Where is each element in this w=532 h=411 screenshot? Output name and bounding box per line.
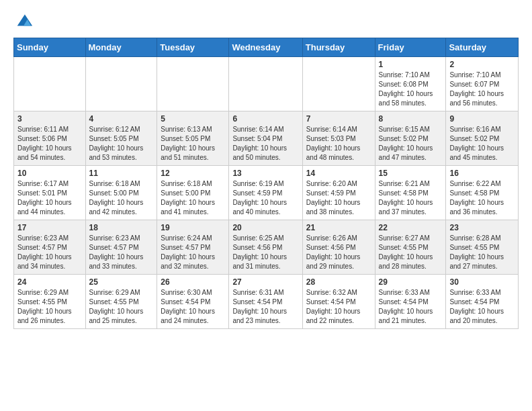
calendar-cell: 21Sunrise: 6:26 AM Sunset: 4:56 PM Dayli… — [302, 220, 375, 275]
day-number: 10 — [17, 169, 82, 178]
day-number: 11 — [89, 169, 154, 178]
calendar-cell — [157, 57, 229, 111]
day-number: 20 — [232, 223, 298, 232]
calendar-week-1: 1Sunrise: 7:10 AM Sunset: 6:08 PM Daylig… — [14, 57, 519, 111]
day-number: 17 — [17, 223, 82, 232]
day-info: Sunrise: 6:18 AM Sunset: 5:00 PM Dayligh… — [161, 179, 225, 217]
day-info: Sunrise: 6:24 AM Sunset: 4:57 PM Dayligh… — [161, 234, 225, 271]
day-number: 28 — [306, 277, 371, 287]
day-info: Sunrise: 6:29 AM Sunset: 4:55 PM Dayligh… — [89, 288, 154, 326]
day-info: Sunrise: 6:23 AM Sunset: 4:57 PM Dayligh… — [89, 234, 154, 271]
weekday-header-sunday: Sunday — [14, 38, 86, 57]
calendar-cell — [229, 57, 302, 111]
day-number: 8 — [379, 114, 443, 124]
weekday-header-monday: Monday — [85, 38, 157, 57]
day-info: Sunrise: 6:26 AM Sunset: 4:56 PM Dayligh… — [306, 234, 371, 271]
day-info: Sunrise: 6:27 AM Sunset: 4:55 PM Dayligh… — [379, 234, 443, 271]
day-info: Sunrise: 6:12 AM Sunset: 5:05 PM Dayligh… — [89, 125, 154, 163]
day-info: Sunrise: 6:14 AM Sunset: 5:04 PM Dayligh… — [232, 125, 298, 163]
day-number: 7 — [306, 114, 371, 124]
calendar-week-3: 10Sunrise: 6:17 AM Sunset: 5:01 PM Dayli… — [14, 166, 519, 220]
day-info: Sunrise: 6:19 AM Sunset: 4:59 PM Dayligh… — [232, 179, 298, 217]
calendar-cell — [14, 57, 86, 111]
day-number: 23 — [449, 223, 515, 232]
calendar-cell: 5Sunrise: 6:13 AM Sunset: 5:05 PM Daylig… — [157, 111, 229, 166]
calendar-cell — [302, 57, 375, 111]
weekday-header-thursday: Thursday — [302, 38, 375, 57]
calendar-cell: 25Sunrise: 6:29 AM Sunset: 4:55 PM Dayli… — [85, 275, 157, 329]
day-number: 25 — [89, 277, 154, 287]
day-info: Sunrise: 6:15 AM Sunset: 5:02 PM Dayligh… — [379, 125, 443, 163]
page: SundayMondayTuesdayWednesdayThursdayFrid… — [0, 0, 532, 340]
day-info: Sunrise: 6:13 AM Sunset: 5:05 PM Dayligh… — [161, 125, 225, 163]
day-info: Sunrise: 6:20 AM Sunset: 4:59 PM Dayligh… — [306, 179, 371, 217]
day-number: 2 — [449, 60, 515, 69]
day-number: 5 — [161, 114, 225, 124]
calendar-cell: 1Sunrise: 7:10 AM Sunset: 6:08 PM Daylig… — [375, 57, 446, 111]
day-number: 18 — [89, 223, 154, 232]
calendar-cell: 7Sunrise: 6:14 AM Sunset: 5:03 PM Daylig… — [302, 111, 375, 166]
calendar-cell: 3Sunrise: 6:11 AM Sunset: 5:06 PM Daylig… — [14, 111, 86, 166]
day-info: Sunrise: 6:28 AM Sunset: 4:55 PM Dayligh… — [449, 234, 515, 271]
day-number: 21 — [306, 223, 371, 232]
day-info: Sunrise: 7:10 AM Sunset: 6:08 PM Dayligh… — [379, 71, 443, 108]
calendar-cell: 22Sunrise: 6:27 AM Sunset: 4:55 PM Dayli… — [375, 220, 446, 275]
calendar-cell: 28Sunrise: 6:32 AM Sunset: 4:54 PM Dayli… — [302, 275, 375, 329]
day-info: Sunrise: 6:14 AM Sunset: 5:03 PM Dayligh… — [306, 125, 371, 163]
weekday-header-friday: Friday — [375, 38, 446, 57]
calendar-cell: 8Sunrise: 6:15 AM Sunset: 5:02 PM Daylig… — [375, 111, 446, 166]
day-info: Sunrise: 7:10 AM Sunset: 6:07 PM Dayligh… — [449, 71, 515, 108]
day-number: 26 — [161, 277, 225, 287]
calendar-cell: 9Sunrise: 6:16 AM Sunset: 5:02 PM Daylig… — [446, 111, 519, 166]
logo — [13, 11, 34, 30]
calendar-header-row: SundayMondayTuesdayWednesdayThursdayFrid… — [14, 38, 519, 57]
day-info: Sunrise: 6:25 AM Sunset: 4:56 PM Dayligh… — [232, 234, 298, 271]
day-number: 1 — [379, 60, 443, 69]
calendar-body: 1Sunrise: 7:10 AM Sunset: 6:08 PM Daylig… — [14, 57, 519, 329]
calendar-cell: 17Sunrise: 6:23 AM Sunset: 4:57 PM Dayli… — [14, 220, 86, 275]
weekday-header-saturday: Saturday — [446, 38, 519, 57]
calendar-cell — [85, 57, 157, 111]
day-info: Sunrise: 6:22 AM Sunset: 4:58 PM Dayligh… — [449, 179, 515, 217]
calendar-cell: 10Sunrise: 6:17 AM Sunset: 5:01 PM Dayli… — [14, 166, 86, 220]
day-number: 12 — [161, 169, 225, 178]
calendar-cell: 13Sunrise: 6:19 AM Sunset: 4:59 PM Dayli… — [229, 166, 302, 220]
calendar-cell: 2Sunrise: 7:10 AM Sunset: 6:07 PM Daylig… — [446, 57, 519, 111]
calendar-cell: 24Sunrise: 6:29 AM Sunset: 4:55 PM Dayli… — [14, 275, 86, 329]
day-number: 6 — [232, 114, 298, 124]
calendar-cell: 16Sunrise: 6:22 AM Sunset: 4:58 PM Dayli… — [446, 166, 519, 220]
day-info: Sunrise: 6:32 AM Sunset: 4:54 PM Dayligh… — [306, 288, 371, 326]
calendar-cell: 12Sunrise: 6:18 AM Sunset: 5:00 PM Dayli… — [157, 166, 229, 220]
day-number: 16 — [449, 169, 515, 178]
day-number: 4 — [89, 114, 154, 124]
calendar-cell: 30Sunrise: 6:33 AM Sunset: 4:54 PM Dayli… — [446, 275, 519, 329]
day-number: 3 — [17, 114, 82, 124]
header — [13, 11, 519, 30]
day-info: Sunrise: 6:23 AM Sunset: 4:57 PM Dayligh… — [17, 234, 82, 271]
day-number: 22 — [379, 223, 443, 232]
calendar-cell: 11Sunrise: 6:18 AM Sunset: 5:00 PM Dayli… — [85, 166, 157, 220]
day-info: Sunrise: 6:18 AM Sunset: 5:00 PM Dayligh… — [89, 179, 154, 217]
day-number: 27 — [232, 277, 298, 287]
calendar-week-2: 3Sunrise: 6:11 AM Sunset: 5:06 PM Daylig… — [14, 111, 519, 166]
day-info: Sunrise: 6:11 AM Sunset: 5:06 PM Dayligh… — [17, 125, 82, 163]
weekday-header-tuesday: Tuesday — [157, 38, 229, 57]
day-info: Sunrise: 6:29 AM Sunset: 4:55 PM Dayligh… — [17, 288, 82, 326]
logo-icon — [15, 11, 34, 30]
day-number: 19 — [161, 223, 225, 232]
calendar-cell: 6Sunrise: 6:14 AM Sunset: 5:04 PM Daylig… — [229, 111, 302, 166]
day-info: Sunrise: 6:16 AM Sunset: 5:02 PM Dayligh… — [449, 125, 515, 163]
day-info: Sunrise: 6:33 AM Sunset: 4:54 PM Dayligh… — [379, 288, 443, 326]
calendar-cell: 26Sunrise: 6:30 AM Sunset: 4:54 PM Dayli… — [157, 275, 229, 329]
weekday-header-wednesday: Wednesday — [229, 38, 302, 57]
calendar-cell: 14Sunrise: 6:20 AM Sunset: 4:59 PM Dayli… — [302, 166, 375, 220]
day-number: 24 — [17, 277, 82, 287]
day-number: 29 — [379, 277, 443, 287]
calendar-cell: 27Sunrise: 6:31 AM Sunset: 4:54 PM Dayli… — [229, 275, 302, 329]
day-number: 9 — [449, 114, 515, 124]
calendar-cell: 18Sunrise: 6:23 AM Sunset: 4:57 PM Dayli… — [85, 220, 157, 275]
calendar-cell: 23Sunrise: 6:28 AM Sunset: 4:55 PM Dayli… — [446, 220, 519, 275]
calendar-table: SundayMondayTuesdayWednesdayThursdayFrid… — [13, 38, 519, 329]
day-number: 13 — [232, 169, 298, 178]
calendar-cell: 4Sunrise: 6:12 AM Sunset: 5:05 PM Daylig… — [85, 111, 157, 166]
